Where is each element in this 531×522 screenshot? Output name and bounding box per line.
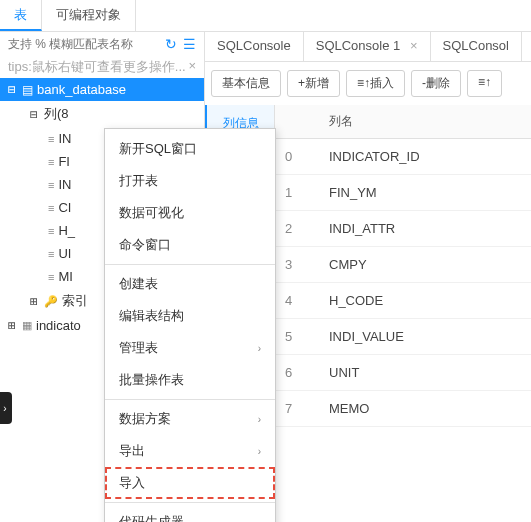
td-index: 6	[275, 355, 319, 390]
column-icon: ≡	[48, 179, 54, 191]
action-bar: 基本信息 +新增 ≡↑插入 -删除 ≡↑	[205, 62, 531, 105]
context-menu: 新开SQL窗口 打开表 数据可视化 命令窗口 创建表 编辑表结构 管理表› 批量…	[104, 128, 276, 522]
tree-col-label: FI	[58, 154, 70, 169]
td-index: 0	[275, 139, 319, 174]
expand-icon[interactable]: ⊞	[6, 318, 18, 333]
column-icon: ≡	[48, 133, 54, 145]
td-index: 4	[275, 283, 319, 318]
tips-row: tips:鼠标右键可查看更多操作... ×	[0, 56, 204, 78]
tree-db[interactable]: ⊟ ▤ bank_database	[0, 78, 204, 101]
table-row[interactable]: 0INDICATOR_ID	[275, 139, 531, 175]
basic-info-button[interactable]: 基本信息	[211, 70, 281, 97]
tree-col-label: IN	[58, 177, 71, 192]
expand-icon[interactable]: ⊞	[28, 294, 40, 309]
td-colname: MEMO	[319, 391, 531, 426]
menu-new-sql[interactable]: 新开SQL窗口	[105, 133, 275, 165]
td-colname: FIN_YM	[319, 175, 531, 210]
search-input[interactable]	[8, 37, 159, 51]
table-row[interactable]: 1FIN_YM	[275, 175, 531, 211]
menu-separator	[105, 502, 275, 503]
menu-export[interactable]: 导出›	[105, 435, 275, 467]
tree-other-label: indicato	[36, 318, 81, 333]
column-icon: ≡	[48, 202, 54, 214]
key-icon: 🔑	[44, 295, 58, 308]
console-tab-label: SQLConsole 1	[316, 38, 401, 53]
menu-label: 导出	[119, 442, 145, 460]
console-tab[interactable]: SQLConsole 1 ×	[304, 32, 431, 61]
column-icon: ≡	[48, 271, 54, 283]
add-button[interactable]: +新增	[287, 70, 340, 97]
menu-create-table[interactable]: 创建表	[105, 268, 275, 300]
tree-col-label: CI	[58, 200, 71, 215]
tips-close-icon[interactable]: ×	[188, 58, 196, 76]
td-index: 7	[275, 391, 319, 426]
menu-separator	[105, 264, 275, 265]
column-icon: ≡	[48, 156, 54, 168]
tree-columns-label: 列(8	[44, 105, 69, 123]
chevron-right-icon: ›	[258, 446, 261, 457]
table-row[interactable]: 5INDI_VALUE	[275, 319, 531, 355]
tab-tables[interactable]: 表	[0, 0, 42, 31]
tree-col-label: UI	[58, 246, 71, 261]
menu-label: 管理表	[119, 339, 158, 357]
table-row[interactable]: 4H_CODE	[275, 283, 531, 319]
top-tabs: 表 可编程对象	[0, 0, 531, 32]
more-button[interactable]: ≡↑	[467, 70, 502, 97]
table-row[interactable]: 6UNIT	[275, 355, 531, 391]
tree-columns-group[interactable]: ⊟ 列(8	[0, 101, 204, 127]
close-icon[interactable]: ×	[410, 38, 418, 53]
filter-icon[interactable]: ☰	[183, 36, 196, 52]
console-tab[interactable]: SQLConsol	[431, 32, 522, 61]
console-tabs: SQLConsole SQLConsole 1 × SQLConsol	[205, 32, 531, 62]
td-colname: CMPY	[319, 247, 531, 282]
chevron-right-icon: ›	[258, 343, 261, 354]
menu-import[interactable]: 导入	[105, 467, 275, 499]
chevron-right-icon: ›	[258, 414, 261, 425]
td-index: 5	[275, 319, 319, 354]
collapse-icon[interactable]: ⊟	[28, 107, 40, 122]
td-colname: INDI_VALUE	[319, 319, 531, 354]
menu-data-plan[interactable]: 数据方案›	[105, 403, 275, 435]
delete-button[interactable]: -删除	[411, 70, 461, 97]
refresh-icon[interactable]: ↻	[165, 36, 177, 52]
menu-cmd-window[interactable]: 命令窗口	[105, 229, 275, 261]
tree-col-label: MI	[58, 269, 72, 284]
database-icon: ▤	[22, 83, 33, 97]
tree-col-label: IN	[58, 131, 71, 146]
console-tab[interactable]: SQLConsole	[205, 32, 304, 61]
column-icon: ≡	[48, 248, 54, 260]
tree-col-label: H_	[58, 223, 75, 238]
td-colname: INDICATOR_ID	[319, 139, 531, 174]
column-icon: ≡	[48, 225, 54, 237]
menu-batch-ops[interactable]: 批量操作表	[105, 364, 275, 396]
menu-manage-table[interactable]: 管理表›	[105, 332, 275, 364]
td-colname: INDI_ATTR	[319, 211, 531, 246]
td-colname: H_CODE	[319, 283, 531, 318]
menu-separator	[105, 399, 275, 400]
td-index: 1	[275, 175, 319, 210]
tree-db-label: bank_database	[37, 82, 126, 97]
menu-codegen[interactable]: 代码生成器	[105, 506, 275, 522]
sidebar-handle[interactable]: ›	[0, 392, 12, 424]
table-row[interactable]: 2INDI_ATTR	[275, 211, 531, 247]
table-icon: ▦	[22, 319, 32, 332]
th-index	[275, 105, 319, 138]
th-colname: 列名	[319, 105, 531, 138]
menu-label: 数据方案	[119, 410, 171, 428]
columns-table: 列名 0INDICATOR_ID1FIN_YM2INDI_ATTR3CMPY4H…	[275, 105, 531, 522]
td-colname: UNIT	[319, 355, 531, 390]
table-row[interactable]: 3CMPY	[275, 247, 531, 283]
insert-button[interactable]: ≡↑插入	[346, 70, 405, 97]
tips-text: tips:鼠标右键可查看更多操作...	[8, 58, 186, 76]
tree-index-label: 索引	[62, 292, 88, 310]
menu-edit-struct[interactable]: 编辑表结构	[105, 300, 275, 332]
table-header: 列名	[275, 105, 531, 139]
table-row[interactable]: 7MEMO	[275, 391, 531, 427]
menu-open-table[interactable]: 打开表	[105, 165, 275, 197]
menu-data-viz[interactable]: 数据可视化	[105, 197, 275, 229]
collapse-icon[interactable]: ⊟	[6, 82, 18, 97]
td-index: 3	[275, 247, 319, 282]
td-index: 2	[275, 211, 319, 246]
tab-programmable[interactable]: 可编程对象	[42, 0, 136, 31]
